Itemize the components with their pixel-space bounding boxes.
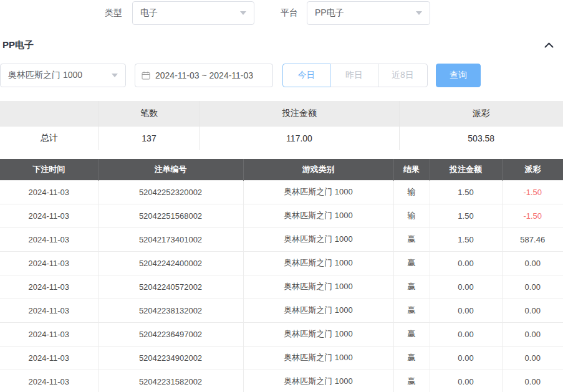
- cell-bet-date: 2024-11-03: [0, 299, 98, 322]
- cell-bet-date: 2024-11-03: [0, 227, 98, 251]
- type-label: 类型: [105, 7, 122, 19]
- cell-bet-amount: 0.00: [430, 275, 502, 299]
- cell-result: 赢: [393, 227, 430, 251]
- cell-result: 赢: [393, 346, 430, 370]
- platform-label: 平台: [281, 7, 298, 19]
- table-row: 2024-11-03 52042252320002 奥林匹斯之门 1000 输 …: [0, 180, 563, 204]
- cell-result: 赢: [393, 322, 430, 346]
- cell-payout: 0.00: [502, 251, 563, 275]
- cell-bet-amount: 1.50: [430, 180, 502, 204]
- date-range-value: 2024-11-03 ~ 2024-11-03: [155, 70, 253, 80]
- header-payout: 派彩: [502, 159, 563, 180]
- cell-result: 赢: [393, 251, 430, 275]
- cell-game-type: 奥林匹斯之门 1000: [243, 346, 393, 370]
- query-filter-row: 奥林匹斯之门 1000 2024-11-03 ~ 2024-11-03 今日 昨…: [0, 64, 563, 87]
- chevron-down-icon: [416, 11, 422, 15]
- cell-game-type: 奥林匹斯之门 1000: [243, 275, 393, 299]
- date-range-picker[interactable]: 2024-11-03 ~ 2024-11-03: [135, 64, 273, 87]
- cell-payout: 587.46: [502, 227, 563, 251]
- table-row: 2024-11-03 52042234902002 奥林匹斯之门 1000 赢 …: [0, 346, 563, 370]
- today-button[interactable]: 今日: [282, 64, 330, 87]
- cell-payout: -1.50: [502, 180, 563, 204]
- summary-payout-value: 503.58: [399, 126, 563, 150]
- table-row: 2024-11-03 52042238132002 奥林匹斯之门 1000 赢 …: [0, 299, 563, 322]
- cell-game-type: 奥林匹斯之门 1000: [243, 227, 393, 251]
- cell-bet-date: 2024-11-03: [0, 322, 98, 346]
- cell-game-type: 奥林匹斯之门 1000: [243, 322, 393, 346]
- last-8-days-button[interactable]: 近8日: [378, 64, 428, 87]
- cell-payout: 0.00: [502, 370, 563, 392]
- platform-select-value: PP电子: [315, 7, 344, 19]
- table-row: 2024-11-03 52042236497002 奥林匹斯之门 1000 赢 …: [0, 322, 563, 346]
- cell-result: 输: [393, 204, 430, 227]
- cell-order-no: 52042234902002: [98, 346, 243, 370]
- cell-bet-date: 2024-11-03: [0, 204, 98, 227]
- yesterday-button[interactable]: 昨日: [330, 64, 378, 87]
- cell-game-type: 奥林匹斯之门 1000: [243, 299, 393, 322]
- cell-bet-date: 2024-11-03: [0, 275, 98, 299]
- cell-order-no: 52042242400002: [98, 251, 243, 275]
- summary-header-count: 笔数: [99, 101, 200, 126]
- section-header: PP电子: [0, 32, 563, 57]
- cell-bet-amount: 1.50: [430, 204, 502, 227]
- cell-game-type: 奥林匹斯之门 1000: [243, 180, 393, 204]
- cell-bet-amount: 0.00: [430, 251, 502, 275]
- chevron-up-icon: [544, 42, 554, 48]
- cell-result: 赢: [393, 299, 430, 322]
- cell-bet-date: 2024-11-03: [0, 346, 98, 370]
- cell-order-no: 52042236497002: [98, 322, 243, 346]
- cell-bet-amount: 0.00: [430, 299, 502, 322]
- cell-game-type: 奥林匹斯之门 1000: [243, 370, 393, 392]
- header-game-type: 游戏类别: [243, 159, 393, 180]
- top-filter-bar: 类型 电子 平台 PP电子: [0, 0, 563, 25]
- cell-payout: 0.00: [502, 322, 563, 346]
- section-title: PP电子: [2, 39, 34, 51]
- table-row: 2024-11-03 52042231582002 奥林匹斯之门 1000 赢 …: [0, 370, 563, 392]
- calendar-icon: [142, 71, 150, 80]
- cell-order-no: 52042251568002: [98, 204, 243, 227]
- header-order-no: 注单编号: [98, 159, 243, 180]
- cell-payout: 0.00: [502, 346, 563, 370]
- summary-total-row: 总计 137 117.00 503.58: [0, 126, 563, 150]
- summary-bet-amount-value: 117.00: [200, 126, 399, 150]
- cell-result: 赢: [393, 275, 430, 299]
- table-row: 2024-11-03 52042173401002 奥林匹斯之门 1000 赢 …: [0, 227, 563, 251]
- cell-payout: 0.00: [502, 275, 563, 299]
- game-select[interactable]: 奥林匹斯之门 1000: [0, 64, 126, 87]
- header-result: 结果: [393, 159, 430, 180]
- cell-result: 输: [393, 180, 430, 204]
- cell-payout: -1.50: [502, 204, 563, 227]
- summary-header-bet-amount: 投注金额: [200, 101, 399, 126]
- cell-bet-amount: 0.00: [430, 370, 502, 392]
- cell-order-no: 52042173401002: [98, 227, 243, 251]
- cell-order-no: 52042231582002: [98, 370, 243, 392]
- type-select-value: 电子: [140, 7, 158, 19]
- header-bet-time: 下注时间: [0, 159, 98, 180]
- summary-header-blank: [0, 101, 99, 126]
- game-select-value: 奥林匹斯之门 1000: [8, 70, 82, 81]
- cell-bet-date: 2024-11-03: [0, 180, 98, 204]
- cell-bet-date: 2024-11-03: [0, 370, 98, 392]
- cell-order-no: 52042240572002: [98, 275, 243, 299]
- summary-header-row: 笔数 投注金额 派彩: [0, 101, 563, 126]
- type-select[interactable]: 电子: [132, 1, 254, 25]
- cell-bet-amount: 0.00: [430, 322, 502, 346]
- cell-bet-date: 2024-11-03: [0, 251, 98, 275]
- collapse-section-button[interactable]: [544, 42, 554, 48]
- summary-table: 笔数 投注金额 派彩 总计 137 117.00 503.58: [0, 101, 563, 150]
- summary-count-value: 137: [99, 126, 200, 150]
- cell-order-no: 52042238132002: [98, 299, 243, 322]
- search-button[interactable]: 查询: [436, 64, 481, 87]
- table-row: 2024-11-03 52042240572002 奥林匹斯之门 1000 赢 …: [0, 275, 563, 299]
- cell-order-no: 52042252320002: [98, 180, 243, 204]
- cell-bet-amount: 1.50: [430, 227, 502, 251]
- bet-table-header-row: 下注时间 注单编号 游戏类别 结果 投注金额 派彩: [0, 159, 563, 180]
- summary-total-label: 总计: [0, 126, 99, 150]
- table-row: 2024-11-03 52042251568002 奥林匹斯之门 1000 输 …: [0, 204, 563, 227]
- table-row: 2024-11-03 52042242400002 奥林匹斯之门 1000 赢 …: [0, 251, 563, 275]
- cell-bet-amount: 0.00: [430, 346, 502, 370]
- bet-table-body: 2024-11-03 52042252320002 奥林匹斯之门 1000 输 …: [0, 180, 563, 392]
- platform-select[interactable]: PP电子: [307, 1, 430, 25]
- summary-header-payout: 派彩: [399, 101, 563, 126]
- cell-game-type: 奥林匹斯之门 1000: [243, 251, 393, 275]
